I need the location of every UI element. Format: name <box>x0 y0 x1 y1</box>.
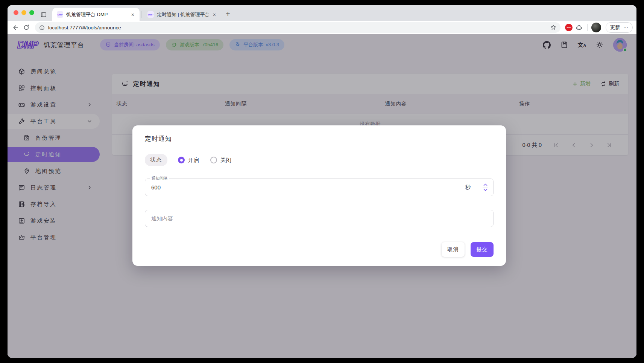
tab-strip: DMP 饥荒管理平台 DMP × DMP 定时通知 | 饥荒管理平台 × + <box>8 5 636 21</box>
browser-profile-avatar[interactable] <box>591 23 601 32</box>
browser-tab-active[interactable]: DMP 饥荒管理平台 DMP × <box>52 8 140 21</box>
extensions-puzzle-icon[interactable] <box>575 23 583 32</box>
stepper-down-icon[interactable] <box>483 188 488 192</box>
status-label: 状态 <box>145 154 167 166</box>
reload-icon[interactable] <box>22 23 30 32</box>
close-window-button[interactable] <box>14 10 18 15</box>
stepper-up-icon[interactable] <box>483 183 488 186</box>
interval-field: 通知间隔 秒 <box>145 178 494 196</box>
tab-title: 定时通知 | 饥荒管理平台 <box>157 11 208 18</box>
address-bar[interactable]: localhost:7777/#/tools/announce <box>35 22 560 33</box>
tab-favicon: DMP <box>147 11 154 18</box>
radio-off-label: 关闭 <box>220 157 231 164</box>
window-controls <box>14 5 34 21</box>
close-tab-icon[interactable]: × <box>130 11 136 18</box>
site-info-icon <box>39 24 45 31</box>
minimize-window-button[interactable] <box>21 10 26 15</box>
cancel-button[interactable]: 取消 <box>442 242 465 257</box>
tab-title: 饥荒管理平台 DMP <box>66 11 127 18</box>
adblock-extension-icon[interactable]: ABP <box>565 24 573 31</box>
maximize-window-button[interactable] <box>29 10 34 15</box>
radio-option-on[interactable]: 开启 <box>178 157 199 164</box>
new-tab-button[interactable]: + <box>223 10 232 18</box>
update-label: 更新 <box>610 24 620 31</box>
bookmark-star-icon[interactable] <box>550 24 557 31</box>
scheduled-notice-dialog: 定时通知 状态 开启 关闭 通知间隔 秒 <box>132 125 506 266</box>
browser-window: DMP 饥荒管理平台 DMP × DMP 定时通知 | 饥荒管理平台 × + l… <box>8 5 636 358</box>
radio-unselected-icon[interactable] <box>210 157 217 163</box>
radio-option-off[interactable]: 关闭 <box>210 157 231 164</box>
browser-tab-inactive[interactable]: DMP 定时通知 | 饥荒管理平台 × <box>143 8 221 21</box>
number-stepper <box>480 183 490 192</box>
tab-separator <box>141 11 141 18</box>
submit-button[interactable]: 提交 <box>471 242 494 257</box>
close-tab-icon[interactable]: × <box>211 11 217 18</box>
back-icon[interactable] <box>11 23 20 32</box>
more-menu-icon: ⋯ <box>623 25 628 31</box>
interval-input[interactable] <box>145 184 465 191</box>
dialog-footer: 取消 提交 <box>145 242 494 257</box>
app-viewport: DMP 饥荒管理平台 当前房间: asdasds 游戏版本: 705416 平台… <box>8 34 636 358</box>
toolbar-divider <box>587 24 588 31</box>
tab-overview-icon[interactable] <box>40 11 47 18</box>
radio-selected-icon[interactable] <box>178 157 185 163</box>
update-menu-button[interactable]: 更新 ⋯ <box>606 22 633 33</box>
notice-content-input[interactable] <box>145 215 493 221</box>
interval-field-label: 通知间隔 <box>150 176 169 181</box>
status-row: 状态 开启 关闭 <box>145 154 494 166</box>
dialog-title: 定时通知 <box>145 134 494 143</box>
radio-on-label: 开启 <box>188 157 199 164</box>
interval-unit: 秒 <box>465 184 471 191</box>
browser-toolbar: localhost:7777/#/tools/announce ABP 更新 ⋯ <box>8 21 636 34</box>
status-radio-group: 开启 关闭 <box>178 157 231 164</box>
content-field <box>145 210 494 227</box>
url-text[interactable]: localhost:7777/#/tools/announce <box>48 25 550 31</box>
tab-favicon: DMP <box>57 11 63 18</box>
